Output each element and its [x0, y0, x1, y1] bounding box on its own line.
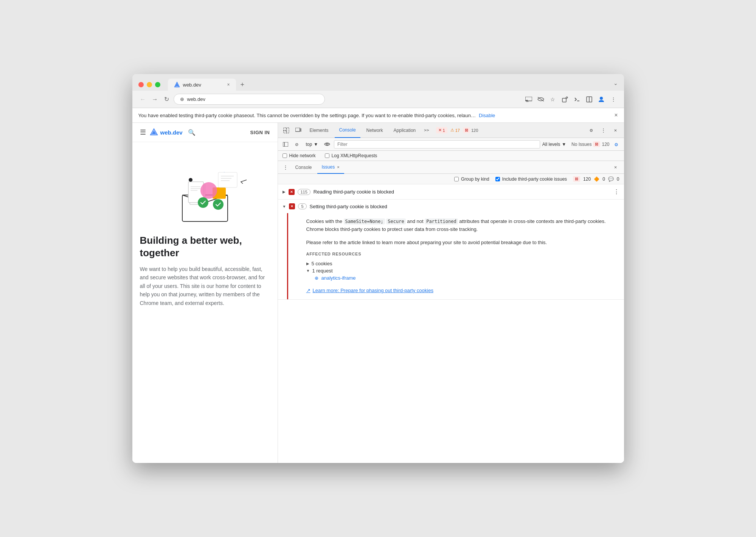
split-view-icon[interactable]	[585, 95, 594, 104]
resource-expand-icon: ▶	[306, 262, 309, 266]
svg-rect-30	[284, 131, 286, 133]
eye-icon[interactable]	[323, 140, 332, 149]
info-bar-disable-link[interactable]: Disable	[479, 113, 495, 118]
filter-input[interactable]	[334, 140, 540, 149]
issue-header-reading[interactable]: ▶ ✕ 115 Reading third-party cookie is bl…	[278, 184, 624, 199]
analytics-iframe-label: analytics-iframe	[321, 275, 356, 281]
issues-toolbar: Group by kind Include third-party cookie…	[278, 174, 624, 184]
log-xhr-text: Log XMLHttpRequests	[332, 153, 377, 158]
include-third-party-checkbox[interactable]	[495, 177, 500, 181]
levels-selector[interactable]: All levels ▼	[542, 142, 566, 147]
learn-more-link[interactable]: ↗ Learn more: Prepare for phasing out th…	[306, 288, 618, 293]
reload-button[interactable]: ↻	[163, 94, 171, 104]
tab-close-icon[interactable]: ×	[227, 82, 230, 87]
resource-request-label: 1 request	[312, 268, 332, 274]
devtools-more-icon[interactable]: ⋮	[598, 125, 609, 136]
back-button[interactable]: ←	[138, 94, 147, 104]
error-badge: ✕ 1	[436, 127, 447, 133]
browser-tab[interactable]: web.dev ×	[168, 79, 236, 91]
issues-error-count: 120	[583, 176, 591, 182]
info-bar-text: You have enabled testing third-party coo…	[138, 113, 476, 118]
cast-icon[interactable]	[524, 95, 533, 104]
subtabs-menu-icon[interactable]: ⋮	[281, 163, 290, 172]
info-bar-close-icon[interactable]: ×	[614, 112, 618, 119]
svg-point-19	[198, 197, 208, 208]
devtools-icon[interactable]	[573, 95, 582, 104]
console-toolbar: ⊘ top ▼ All levels ▼ No Issues ⊠ 120	[278, 138, 624, 151]
website-panel: ☰ web.dev 🔍 SIGN IN	[132, 123, 278, 463]
group-by-kind-checkbox[interactable]	[454, 177, 459, 181]
context-selector[interactable]: top ▼	[304, 141, 321, 148]
subtab-issues[interactable]: Issues ×	[317, 161, 344, 174]
tab-console[interactable]: Console	[335, 123, 360, 138]
hamburger-menu-icon[interactable]: ☰	[140, 128, 146, 136]
tab-title: web.dev	[183, 82, 224, 88]
chevron-down-icon: ⌄	[613, 80, 618, 86]
tab-elements[interactable]: Elements	[305, 123, 333, 138]
log-xhr-checkbox[interactable]	[325, 153, 329, 158]
issue-header-setting[interactable]: ▼ ✕ 5 Setting third-party cookie is bloc…	[278, 200, 624, 213]
log-xhr-label[interactable]: Log XMLHttpRequests	[325, 153, 377, 158]
hide-network-checkbox[interactable]	[283, 153, 287, 158]
console-settings-icon[interactable]: ⚙	[612, 140, 621, 149]
devtools-topbar-right: ⚙ ⋮ ×	[586, 125, 621, 136]
svg-rect-34	[283, 142, 288, 147]
devtools-close-icon[interactable]: ×	[610, 125, 621, 136]
forward-button[interactable]: →	[151, 94, 160, 104]
group-by-kind-text: Group by kind	[461, 176, 489, 182]
maximize-button[interactable]	[155, 82, 160, 87]
search-icon[interactable]: 🔍	[188, 129, 196, 136]
resource-request[interactable]: ▼ 1 request	[306, 267, 618, 274]
devtools-settings-icon[interactable]: ⚙	[586, 125, 597, 136]
subtabs-right: ×	[610, 162, 621, 173]
resource-cookies[interactable]: ▶ 5 cookies	[306, 260, 618, 267]
error-count: 1	[443, 128, 445, 133]
webdev-logo-icon	[150, 128, 158, 136]
responsive-view-icon[interactable]	[293, 125, 304, 136]
window-controls[interactable]: ⌄	[613, 80, 618, 89]
issue-expand-icon[interactable]: ▶	[283, 190, 286, 194]
browser-window: web.dev × + ⌄ ← → ↻ ⊕ web.dev ☆	[132, 74, 624, 463]
svg-rect-29	[284, 128, 286, 130]
svg-point-20	[213, 199, 224, 210]
main-content: ☰ web.dev 🔍 SIGN IN	[132, 123, 624, 463]
subtabs-close-icon[interactable]: ×	[610, 162, 621, 173]
issues-info-count: 0	[617, 176, 619, 182]
more-tabs-button[interactable]: >>	[422, 128, 431, 133]
external-link-icon: ↗	[306, 288, 310, 293]
address-text: web.dev	[187, 96, 205, 102]
inspect-element-icon[interactable]	[281, 125, 292, 136]
include-third-party-label[interactable]: Include third-party cookie issues	[495, 176, 567, 182]
tab-application[interactable]: Application	[389, 123, 421, 138]
subtab-console[interactable]: Console	[291, 161, 317, 174]
sign-in-button[interactable]: SIGN IN	[250, 130, 270, 135]
new-tab-button[interactable]: +	[236, 79, 249, 90]
browser-menu-icon[interactable]: ⋮	[609, 95, 618, 104]
hide-network-label[interactable]: Hide network	[283, 153, 316, 158]
close-button[interactable]	[138, 82, 144, 87]
issue-menu-icon[interactable]: ⋮	[613, 188, 619, 195]
address-input[interactable]: ⊕ web.dev	[174, 94, 325, 105]
profile-icon[interactable]	[597, 95, 606, 104]
hero-illustration	[160, 150, 250, 225]
tab-network[interactable]: Network	[362, 123, 388, 138]
no-issues-error-icon: ⊠	[593, 141, 600, 147]
tab-favicon-icon	[174, 82, 180, 88]
extensions-icon[interactable]	[560, 95, 570, 104]
resource-analytics-iframe[interactable]: ⊕ analytics-iframe	[314, 274, 618, 282]
include-third-party-text: Include third-party cookie issues	[502, 176, 567, 182]
error-icon: ✕	[438, 128, 442, 133]
minimize-button[interactable]	[147, 82, 152, 87]
eye-off-icon[interactable]	[536, 95, 545, 104]
group-by-kind-label[interactable]: Group by kind	[454, 176, 489, 182]
subtab-issues-close-icon[interactable]: ×	[337, 165, 339, 169]
sidebar-toggle-icon[interactable]	[281, 140, 290, 149]
issue-row-reading: ▶ ✕ 115 Reading third-party cookie is bl…	[278, 184, 624, 200]
options-bar: Hide network Log XMLHttpRequests	[278, 151, 624, 161]
no-issues-count: 120	[602, 142, 609, 147]
info-bar: You have enabled testing third-party coo…	[132, 108, 624, 123]
block-icon[interactable]: ⊘	[292, 140, 301, 149]
star-icon[interactable]: ☆	[548, 95, 557, 104]
issue-error-icon: ✕	[289, 189, 295, 195]
issue-expand-icon-2[interactable]: ▼	[283, 204, 286, 209]
